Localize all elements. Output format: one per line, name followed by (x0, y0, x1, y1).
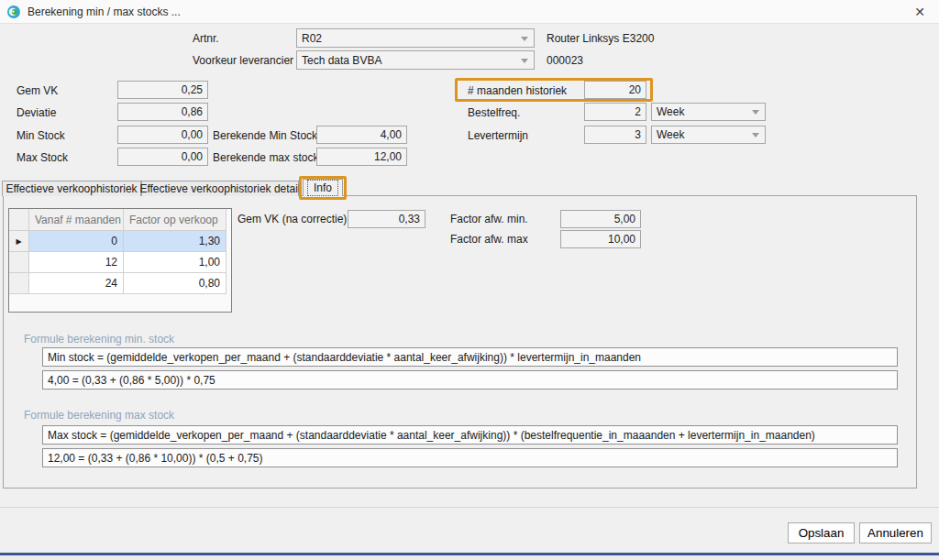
gem-vk-field[interactable]: 0,25 (117, 81, 208, 99)
app-logo-icon (7, 5, 20, 18)
grid-column-header: Vanaf # maanden (29, 209, 124, 231)
tab-label: Info (308, 181, 337, 195)
factor-afw-max-field[interactable]: 10,00 (560, 230, 641, 248)
save-button[interactable]: Opslaan (788, 522, 855, 544)
artnr-combobox[interactable]: R02 (296, 28, 535, 48)
grid-cell[interactable]: 0 (29, 231, 124, 252)
window-title: Berekening min / max stocks ... (28, 5, 181, 18)
factor-afw-max-label: Factor afw. max (450, 233, 528, 246)
grid-corner-cell (9, 209, 29, 231)
berekende-min-stock-label: Berekende Min Stock (213, 129, 317, 142)
max-formula-box: Max stock = (gemiddelde_verkopen_per_maa… (42, 425, 898, 445)
row-marker-icon: ▶ (9, 231, 29, 252)
dropdown-arrow-icon[interactable] (521, 59, 528, 63)
grid-cell[interactable]: 24 (29, 273, 124, 294)
max-formula-section-header: Formule berekening max stock (24, 409, 174, 422)
footer-separator (0, 507, 939, 508)
tab-effectieve-verkoophistoriek-detail[interactable]: Effectieve verkoophistoriek detail (141, 181, 299, 196)
gem-vk-label: Gem VK (17, 84, 58, 97)
grid-cell[interactable]: 0,80 (124, 273, 226, 294)
maanden-historiek-field[interactable]: 20 (584, 81, 646, 99)
levertermijn-field[interactable]: 3 (584, 126, 646, 144)
title-bar: Berekening min / max stocks ... ✕ (0, 0, 939, 24)
window-bottom-pad (0, 555, 939, 560)
info-tab-panel: Vanaf # maanden Factor op verkoop ▶ 0 1,… (3, 195, 917, 489)
leverancier-value: Tech data BVBA (302, 54, 381, 67)
factor-afw-min-label: Factor afw. min. (450, 213, 528, 225)
levertermijn-unit-value: Week (657, 128, 684, 141)
tab-info[interactable]: Info (303, 179, 343, 196)
dropdown-arrow-icon[interactable] (521, 37, 528, 41)
tab-label: Effectieve verkoophistoriek (6, 182, 137, 195)
berekende-max-stock-field: 12,00 (316, 148, 407, 166)
tab-effectieve-verkoophistoriek[interactable]: Effectieve verkoophistoriek (2, 181, 141, 196)
row-marker-cell (9, 252, 29, 273)
table-row[interactable]: ▶ 0 1,30 (9, 231, 231, 252)
deviatie-field[interactable]: 0,86 (117, 103, 208, 121)
min-stock-label: Min Stock (17, 129, 65, 142)
factor-afw-min-field[interactable]: 5,00 (560, 210, 641, 228)
levertermijn-label: Levertermijn (468, 129, 528, 142)
bestelfreq-unit-combobox[interactable]: Week (651, 103, 766, 121)
dropdown-arrow-icon[interactable] (752, 110, 759, 115)
bestelfreq-unit-value: Week (657, 105, 684, 118)
grid-header-row: Vanaf # maanden Factor op verkoop (9, 209, 231, 231)
leverancier-description: 000023 (547, 54, 583, 67)
min-formula-section-header: Formule berekening min. stock (24, 333, 174, 346)
leverancier-label: Voorkeur leverancier (193, 54, 293, 67)
bestelfreq-field[interactable]: 2 (584, 103, 646, 121)
dialog-window: Berekening min / max stocks ... ✕ Artnr.… (0, 0, 939, 560)
min-calculation-box: 4,00 = (0,33 + (0,86 * 5,00)) * 0,75 (42, 370, 898, 390)
min-formula-box: Min stock = (gemiddelde_verkopen_per_maa… (42, 347, 898, 367)
gem-vk-na-correctie-label: Gem VK (na correctie) (238, 213, 347, 225)
cancel-button[interactable]: Annuleren (859, 522, 932, 544)
close-icon[interactable]: ✕ (911, 4, 928, 20)
row-marker-cell (9, 273, 29, 294)
grid-cell[interactable]: 12 (29, 252, 124, 273)
max-stock-field[interactable]: 0,00 (117, 148, 208, 166)
artnr-label: Artnr. (193, 32, 219, 45)
factor-grid[interactable]: Vanaf # maanden Factor op verkoop ▶ 0 1,… (8, 208, 232, 313)
artnr-value: R02 (302, 32, 322, 45)
levertermijn-unit-combobox[interactable]: Week (651, 126, 766, 144)
dropdown-arrow-icon[interactable] (752, 133, 759, 137)
berekende-min-stock-field: 4,00 (316, 126, 407, 144)
grid-column-header: Factor op verkoop (124, 209, 226, 231)
max-calculation-box: 12,00 = (0,33 + (0,86 * 10,00)) * (0,5 +… (42, 448, 898, 467)
min-stock-field[interactable]: 0,00 (117, 126, 208, 144)
grid-cell[interactable]: 1,00 (124, 252, 226, 273)
table-row[interactable]: 12 1,00 (9, 252, 231, 273)
grid-cell[interactable]: 1,30 (124, 231, 226, 252)
berekende-max-stock-label: Berekende max stock (213, 151, 318, 164)
deviatie-label: Deviatie (17, 106, 56, 119)
bestelfreq-label: Bestelfreq. (468, 106, 520, 119)
tab-label: Effectieve verkoophistoriek detail (139, 182, 300, 195)
max-stock-label: Max Stock (17, 151, 68, 164)
artnr-description: Router Linksys E3200 (547, 32, 654, 45)
maanden-historiek-label: # maanden historiek (468, 84, 567, 97)
leverancier-combobox[interactable]: Tech data BVBA (296, 50, 535, 70)
table-row[interactable]: 24 0,80 (9, 273, 231, 294)
gem-vk-na-correctie-field: 0,33 (348, 210, 425, 228)
